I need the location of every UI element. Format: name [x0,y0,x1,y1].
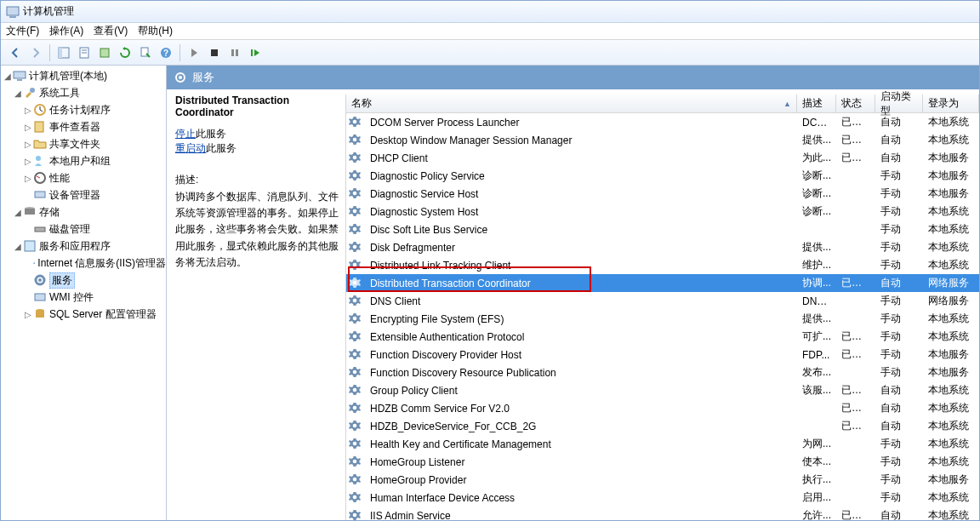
service-row[interactable]: DCOM Server Process LauncherDCO...已启动自动本… [346,113,979,131]
service-row[interactable]: Diagnostic System Host诊断...手动本地系统 [346,203,979,220]
help-button[interactable]: ? [157,43,175,62]
service-row[interactable]: HomeGroup Provider执行...手动本地服务 [346,471,979,489]
service-account-cell: 本地系统 [923,419,979,433]
stop-service-link[interactable]: 停止 [175,128,196,140]
tree-system-tools[interactable]: ◢ 系统工具 [1,84,166,101]
service-row[interactable]: DNS ClientDNS...手动网络服务 [346,292,979,310]
expander-icon[interactable]: ▷ [23,140,33,149]
svg-rect-1 [9,16,16,18]
expander-icon[interactable]: ◢ [13,208,23,217]
service-desc-cell: FDP... [797,349,836,361]
service-row[interactable]: Diagnostic Policy Service诊断...手动本地服务 [346,167,979,185]
service-row[interactable]: HDZB_DeviceService_For_CCB_2G已启动自动本地系统 [346,417,979,435]
service-row[interactable]: HomeGroup Listener使本...手动本地系统 [346,453,979,471]
service-row[interactable]: Distributed Link Tracking Client维护...手动本… [346,256,979,274]
gear-icon [348,295,362,308]
tree-wmi[interactable]: WMI 控件 [1,289,166,306]
service-row[interactable]: Health Key and Certificate Management为网.… [346,435,979,453]
tree-storage[interactable]: ◢ 存储 [1,203,166,220]
service-account-cell: 本地系统 [923,508,979,521]
gear-icon [348,134,362,147]
expander-icon[interactable]: ▷ [23,310,33,319]
svg-point-57 [353,512,357,517]
service-row[interactable]: Human Interface Device Access启用...手动本地系统 [346,489,979,507]
service-account-cell: 本地服务 [923,365,979,380]
pause-button[interactable] [225,43,244,62]
restart-service-link[interactable]: 重启动 [175,142,206,154]
expander-icon[interactable]: ▷ [23,157,33,166]
expander-icon[interactable]: ◢ [13,242,23,251]
disk-icon [33,222,47,236]
service-row[interactable]: Disc Soft Lite Bus Service手动本地系统 [346,220,979,238]
tree-performance[interactable]: ▷ 性能 [1,169,166,186]
col-desc[interactable]: 描述 [797,94,836,112]
gear-icon [348,187,362,201]
menu-help[interactable]: 帮助(H) [138,24,173,38]
gear-icon [348,169,362,183]
stop-button[interactable] [205,43,224,62]
refresh-button[interactable] [116,43,134,62]
tree-disk-management[interactable]: 磁盘管理 [1,220,166,238]
expander-icon[interactable]: ▷ [23,123,33,132]
expander-icon[interactable]: ▷ [23,106,33,115]
svg-point-27 [33,262,35,264]
service-row[interactable]: Distributed Transaction Coordinator协调...… [346,274,979,292]
tree-shared-folders[interactable]: ▷ 共享文件夹 [1,135,166,152]
tree-services-apps[interactable]: ◢ 服务和应用程序 [1,238,166,255]
tree-services[interactable]: 服务 [1,272,166,289]
service-row[interactable]: Group Policy Client该服...已启动自动本地系统 [346,381,979,399]
tree-iis[interactable]: Internet 信息服务(IIS)管理器 [1,255,166,272]
service-row[interactable]: Extensible Authentication Protocol可扩...已… [346,328,979,346]
service-row[interactable]: Diagnostic Service Host诊断...手动本地服务 [346,185,979,203]
svg-rect-32 [36,311,44,318]
start-button[interactable] [185,43,203,62]
forward-button[interactable] [26,43,45,62]
service-desc-cell: 维护... [797,258,836,272]
service-row[interactable]: Function Discovery Provider HostFDP...已启… [346,346,979,364]
tree-sql[interactable]: ▷ SQL Server 配置管理器 [1,306,166,323]
expander-icon[interactable]: ◢ [3,72,13,81]
tree-local-users[interactable]: ▷ 本地用户和组 [1,152,166,169]
back-button[interactable] [6,43,25,62]
export-list-button[interactable] [136,43,155,62]
show-hide-button[interactable] [54,43,73,62]
service-row[interactable]: Desktop Window Manager Session Manager提供… [346,131,979,149]
gear-icon [348,205,362,219]
service-startup-cell: 自动 [875,508,923,521]
col-startup[interactable]: 启动类型 [875,94,923,112]
service-row[interactable]: Function Discovery Resource Publication发… [346,364,979,381]
menu-action[interactable]: 操作(A) [49,24,83,38]
expander-icon[interactable]: ▷ [23,174,33,183]
window-title: 计算机管理 [23,4,74,19]
service-startup-cell: 手动 [875,472,923,487]
menu-view[interactable]: 查看(V) [94,24,128,38]
tree-task-scheduler[interactable]: ▷ 任务计划程序 [1,101,166,118]
export-button[interactable] [95,43,114,62]
svg-point-46 [353,316,357,320]
restart-button[interactable] [246,43,265,62]
service-row[interactable]: Encrypting File System (EFS)提供...手动本地系统 [346,310,979,328]
svg-rect-24 [25,209,35,215]
service-status-cell: 已启动 [836,401,875,415]
col-name[interactable]: 名称▲ [346,94,797,112]
service-status-cell: 已启动 [836,151,875,165]
clock-icon [33,103,47,117]
col-account[interactable]: 登录为 [923,94,979,112]
svg-point-47 [353,334,357,338]
expander-icon[interactable]: ◢ [13,89,23,98]
service-row[interactable]: DHCP Client为此...已启动自动本地服务 [346,149,979,167]
service-row[interactable]: HDZB Comm Service For V2.0已启动自动本地系统 [346,399,979,417]
tree-device-manager[interactable]: 设备管理器 [1,186,166,203]
properties-button[interactable] [75,43,94,62]
service-row[interactable]: Disk Defragmenter提供...手动本地系统 [346,238,979,256]
tree-root[interactable]: ◢ 计算机管理(本地) [1,67,166,84]
service-startup-cell: 自动 [875,419,923,433]
menu-file[interactable]: 文件(F) [6,24,39,38]
storage-icon [23,205,37,219]
service-startup-cell: 手动 [875,240,923,255]
col-status[interactable]: 状态 [836,94,875,112]
tree-event-viewer[interactable]: ▷ 事件查看器 [1,118,166,135]
service-list[interactable]: DCOM Server Process LauncherDCO...已启动自动本… [346,113,979,521]
service-startup-cell: 手动 [875,455,923,469]
service-row[interactable]: IIS Admin Service允许...已启动自动本地系统 [346,507,979,521]
